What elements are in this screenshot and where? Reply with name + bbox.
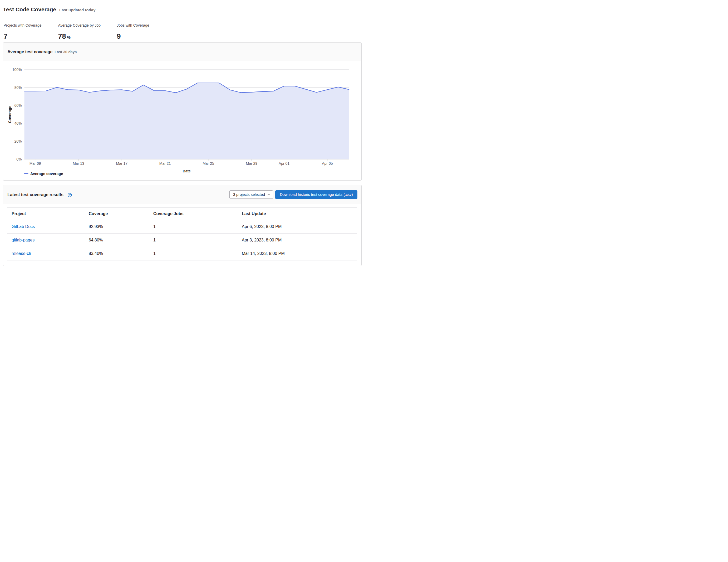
last-update-cell: Apr 6, 2023, 8:00 PM bbox=[238, 220, 357, 233]
last-update-cell: Apr 3, 2023, 8:00 PM bbox=[238, 233, 357, 247]
y-tick-label: 60% bbox=[14, 103, 22, 107]
stat-average-coverage-by-job: Average Coverage by Job 78 % bbox=[58, 23, 101, 40]
y-axis-title: Coverage bbox=[8, 106, 12, 123]
project-cell: release-cli bbox=[7, 247, 85, 260]
table-row: GitLab Docs 92.93% 1 Apr 6, 2023, 8:00 P… bbox=[7, 220, 357, 233]
latest-results-card: Latest test coverage results 3 projects … bbox=[3, 185, 362, 266]
results-card-title: Latest test coverage results bbox=[7, 192, 63, 197]
x-tick-label: Mar 17 bbox=[116, 161, 127, 165]
table-header-row: Project Coverage Coverage Jobs Last Upda… bbox=[7, 208, 357, 220]
stat-value: 9 bbox=[117, 32, 121, 40]
x-tick-label: Mar 09 bbox=[29, 161, 41, 165]
stat-label: Jobs with Coverage bbox=[117, 23, 149, 28]
last-update-cell: Mar 14, 2023, 8:00 PM bbox=[238, 247, 357, 260]
project-link[interactable]: gitlab-pages bbox=[12, 238, 35, 242]
x-tick-label: Apr 01 bbox=[279, 161, 289, 165]
column-header-coverage: Coverage bbox=[85, 208, 149, 220]
projects-select-label: 3 projects selected bbox=[233, 192, 267, 197]
coverage-results-table: Project Coverage Coverage Jobs Last Upda… bbox=[7, 207, 357, 260]
results-card-header: Latest test coverage results 3 projects … bbox=[3, 185, 361, 204]
project-link[interactable]: release-cli bbox=[12, 251, 31, 256]
x-tick-label: Mar 29 bbox=[246, 161, 257, 165]
chart-card-header: Average test coverage Last 30 days bbox=[3, 43, 361, 61]
x-tick-label: Mar 13 bbox=[73, 161, 84, 165]
coverage-area-chart[interactable]: 0%20%40%60%80%100%Mar 09Mar 13Mar 17Mar … bbox=[3, 61, 361, 180]
results-card-body: Project Coverage Coverage Jobs Last Upda… bbox=[3, 204, 361, 260]
column-header-project: Project bbox=[7, 208, 85, 220]
coverage-chart[interactable]: 0%20%40%60%80%100%Mar 09Mar 13Mar 17Mar … bbox=[3, 61, 361, 180]
x-axis-title: Date bbox=[183, 169, 191, 173]
series-area-fill bbox=[24, 83, 349, 159]
page-header: Test Code Coverage Last updated today bbox=[3, 6, 96, 13]
y-tick-label: 0% bbox=[16, 157, 22, 161]
y-tick-label: 40% bbox=[14, 121, 22, 125]
coverage-cell: 92.93% bbox=[85, 220, 149, 233]
chart-card-subtitle: Last 30 days bbox=[55, 50, 77, 54]
project-cell: GitLab Docs bbox=[7, 220, 85, 233]
column-header-coverage-jobs: Coverage Jobs bbox=[149, 208, 238, 220]
y-tick-label: 20% bbox=[14, 139, 22, 143]
chart-card-title: Average test coverage bbox=[7, 49, 52, 54]
stat-projects-with-coverage: Projects with Coverage 7 bbox=[4, 23, 42, 40]
project-link[interactable]: GitLab Docs bbox=[12, 224, 35, 229]
projects-select-dropdown[interactable]: 3 projects selected bbox=[229, 190, 273, 199]
coverage-jobs-cell: 1 bbox=[149, 220, 238, 233]
legend-label[interactable]: Average coverage bbox=[30, 172, 63, 176]
coverage-jobs-cell: 1 bbox=[149, 233, 238, 247]
y-tick-label: 80% bbox=[14, 85, 22, 90]
stat-label: Average Coverage by Job bbox=[58, 23, 101, 28]
chevron-down-icon bbox=[267, 193, 270, 196]
stat-label: Projects with Coverage bbox=[4, 23, 42, 28]
coverage-cell: 64.80% bbox=[85, 233, 149, 247]
legend-marker bbox=[24, 173, 28, 174]
last-updated-text: Last updated today bbox=[59, 8, 96, 12]
column-header-last-update: Last Update bbox=[238, 208, 357, 220]
stat-jobs-with-coverage: Jobs with Coverage 9 bbox=[117, 23, 149, 40]
stat-unit: % bbox=[67, 35, 71, 40]
table-row: gitlab-pages 64.80% 1 Apr 3, 2023, 8:00 … bbox=[7, 233, 357, 247]
question-circle-icon[interactable] bbox=[68, 193, 72, 197]
results-controls: 3 projects selected Download historic te… bbox=[229, 190, 357, 199]
x-tick-label: Apr 05 bbox=[322, 161, 333, 165]
stat-value: 7 bbox=[4, 32, 8, 40]
x-tick-label: Mar 21 bbox=[159, 161, 171, 165]
stat-value: 78 bbox=[58, 32, 66, 40]
coverage-cell: 83.40% bbox=[85, 247, 149, 260]
y-tick-label: 100% bbox=[12, 67, 22, 72]
project-cell: gitlab-pages bbox=[7, 233, 85, 247]
page-title: Test Code Coverage bbox=[3, 6, 56, 13]
coverage-jobs-cell: 1 bbox=[149, 247, 238, 260]
download-csv-button[interactable]: Download historic test coverage data (.c… bbox=[275, 190, 357, 199]
average-test-coverage-card: Average test coverage Last 30 days 0%20%… bbox=[3, 42, 362, 180]
x-tick-label: Mar 25 bbox=[203, 161, 214, 165]
table-row: release-cli 83.40% 1 Mar 14, 2023, 8:00 … bbox=[7, 247, 357, 260]
